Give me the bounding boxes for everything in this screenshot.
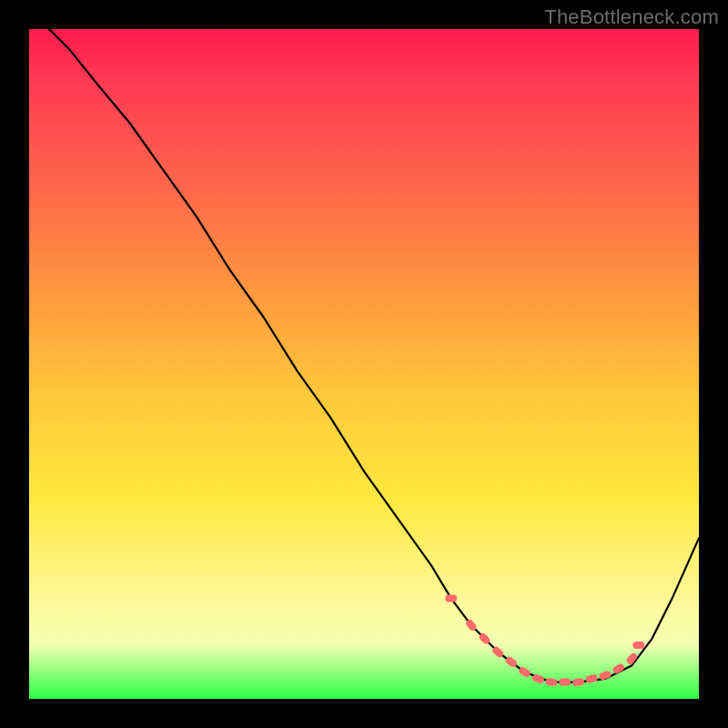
curve-svg — [29, 29, 699, 699]
valley-dot — [625, 652, 639, 665]
valley-dot — [572, 678, 585, 687]
valley-dot — [559, 679, 571, 686]
watermark-text: TheBottleneck.com — [544, 5, 719, 29]
valley-dot — [585, 673, 599, 683]
plot-area — [29, 29, 699, 699]
bottleneck-curve — [49, 29, 699, 682]
valley-dots-group — [445, 595, 644, 687]
chart-frame: TheBottleneck.com — [0, 0, 728, 728]
valley-dot — [632, 642, 644, 649]
valley-dot — [545, 678, 558, 687]
valley-dot — [445, 595, 457, 602]
